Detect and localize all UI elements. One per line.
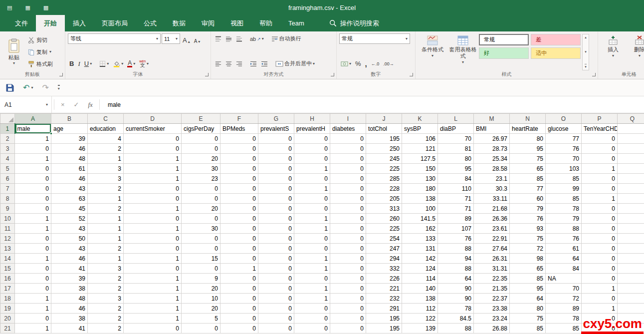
cell-C9[interactable]: 2	[88, 204, 124, 214]
cell-H15[interactable]: 1	[294, 264, 330, 274]
cell-M3[interactable]: 28.73	[474, 144, 510, 154]
cell-M5[interactable]: 28.58	[474, 164, 510, 174]
cell-F20[interactable]: 0	[220, 314, 258, 324]
column-header-Q[interactable]: Q	[618, 114, 644, 124]
cell-D16[interactable]: 1	[124, 274, 182, 284]
cell-F14[interactable]: 0	[220, 254, 258, 264]
cell-G15[interactable]: 0	[258, 264, 294, 274]
cell-A13[interactable]: 0	[15, 244, 51, 254]
cell-A4[interactable]: 1	[15, 154, 51, 164]
cell-B18[interactable]: 48	[51, 294, 88, 304]
cell-J20[interactable]: 195	[366, 314, 402, 324]
cell-Q14[interactable]	[618, 254, 644, 264]
cell-J4[interactable]: 245	[366, 154, 402, 164]
align-left-button[interactable]	[214, 58, 223, 69]
cell-E17[interactable]: 20	[182, 284, 220, 294]
cell-B6[interactable]: 46	[51, 174, 88, 184]
row-header-15[interactable]: 15	[0, 264, 15, 274]
cell-K6[interactable]: 130	[402, 174, 438, 184]
cell-O18[interactable]: 72	[546, 294, 582, 304]
align-right-button[interactable]	[234, 58, 244, 69]
cell-A15[interactable]: 0	[15, 264, 51, 274]
tab-页面布局[interactable]: 页面布局	[94, 15, 136, 31]
cell-G13[interactable]: 0	[258, 244, 294, 254]
cell-G9[interactable]: 0	[258, 204, 294, 214]
cell-B16[interactable]: 39	[51, 274, 88, 284]
tab-数据[interactable]: 数据	[165, 15, 194, 31]
cell-N16[interactable]: 85	[510, 274, 546, 284]
conditional-formatting-button[interactable]: 条件格式 ▾	[418, 33, 447, 70]
cell-K8[interactable]: 138	[402, 194, 438, 204]
cell-O11[interactable]: 88	[546, 224, 582, 234]
cell-C4[interactable]: 1	[88, 154, 124, 164]
cell-I1[interactable]: diabetes	[330, 124, 366, 134]
cell-A11[interactable]: 1	[15, 224, 51, 234]
merge-center-button[interactable]: 合并后居中 ▾	[274, 58, 316, 69]
row-header-11[interactable]: 11	[0, 224, 15, 234]
cell-J3[interactable]: 250	[366, 144, 402, 154]
decrease-font-size-button[interactable]: A ▾	[193, 33, 202, 44]
cell-L6[interactable]: 84	[438, 174, 474, 184]
cell-I5[interactable]: 0	[330, 164, 366, 174]
cell-K10[interactable]: 141.5	[402, 214, 438, 224]
save-button[interactable]	[6, 84, 14, 92]
cell-P7[interactable]: 0	[582, 184, 618, 194]
cell-C11[interactable]: 1	[88, 224, 124, 234]
cell-P2[interactable]: 0	[582, 134, 618, 144]
cell-E3[interactable]: 0	[182, 144, 220, 154]
cell-E18[interactable]: 10	[182, 294, 220, 304]
delete-cells-button[interactable]: 删除 ▾	[627, 33, 644, 70]
copy-button[interactable]: 复制 ▾	[27, 47, 54, 57]
cell-C10[interactable]: 1	[88, 214, 124, 224]
row-header-13[interactable]: 13	[0, 244, 15, 254]
cell-D12[interactable]: 0	[124, 234, 182, 244]
cell-O12[interactable]: 76	[546, 234, 582, 244]
cell-N21[interactable]: 85	[510, 324, 546, 334]
cell-I19[interactable]: 0	[330, 304, 366, 314]
cell-H9[interactable]: 0	[294, 204, 330, 214]
cell-F12[interactable]: 0	[220, 234, 258, 244]
cell-A1[interactable]: male	[15, 124, 51, 134]
cell-F8[interactable]: 0	[220, 194, 258, 204]
dialog-launcher-icon[interactable]	[59, 73, 63, 76]
cell-J6[interactable]: 285	[366, 174, 402, 184]
cell-G17[interactable]: 0	[258, 284, 294, 294]
cell-D1[interactable]: currentSmoker	[124, 124, 182, 134]
cell-E6[interactable]: 23	[182, 174, 220, 184]
cell-K20[interactable]: 122	[402, 314, 438, 324]
cell-D20[interactable]: 1	[124, 314, 182, 324]
cell-N3[interactable]: 95	[510, 144, 546, 154]
cell-K3[interactable]: 121	[402, 144, 438, 154]
cell-L13[interactable]: 88	[438, 244, 474, 254]
cell-G5[interactable]: 0	[258, 164, 294, 174]
cell-H16[interactable]: 0	[294, 274, 330, 284]
font-family-select[interactable]: 等线 ▾	[68, 33, 161, 44]
cell-Q15[interactable]	[618, 264, 644, 274]
cell-K15[interactable]: 124	[402, 264, 438, 274]
cell-M2[interactable]: 26.97	[474, 134, 510, 144]
cell-G2[interactable]: 0	[258, 134, 294, 144]
cell-N18[interactable]: 64	[510, 294, 546, 304]
cell-I2[interactable]: 0	[330, 134, 366, 144]
customize-qat-button[interactable]: ▾	[58, 85, 60, 91]
cell-O9[interactable]: 78	[546, 204, 582, 214]
cell-E9[interactable]: 20	[182, 204, 220, 214]
increase-font-size-button[interactable]: A ▴	[181, 33, 192, 44]
cell-E15[interactable]: 0	[182, 264, 220, 274]
cell-J7[interactable]: 228	[366, 184, 402, 194]
cell-I18[interactable]: 0	[330, 294, 366, 304]
cell-B8[interactable]: 63	[51, 194, 88, 204]
cell-J17[interactable]: 221	[366, 284, 402, 294]
row-header-12[interactable]: 12	[0, 234, 15, 244]
cell-E1[interactable]: cigsPerDay	[182, 124, 220, 134]
cell-B17[interactable]: 38	[51, 284, 88, 294]
cell-A3[interactable]: 0	[15, 144, 51, 154]
cell-L3[interactable]: 81	[438, 144, 474, 154]
cell-P14[interactable]: 0	[582, 254, 618, 264]
cell-O17[interactable]: 70	[546, 284, 582, 294]
cell-F6[interactable]: 0	[220, 174, 258, 184]
cell-E8[interactable]: 0	[182, 194, 220, 204]
cell-C18[interactable]: 3	[88, 294, 124, 304]
dialog-launcher-icon[interactable]	[410, 73, 413, 76]
cell-H3[interactable]: 0	[294, 144, 330, 154]
